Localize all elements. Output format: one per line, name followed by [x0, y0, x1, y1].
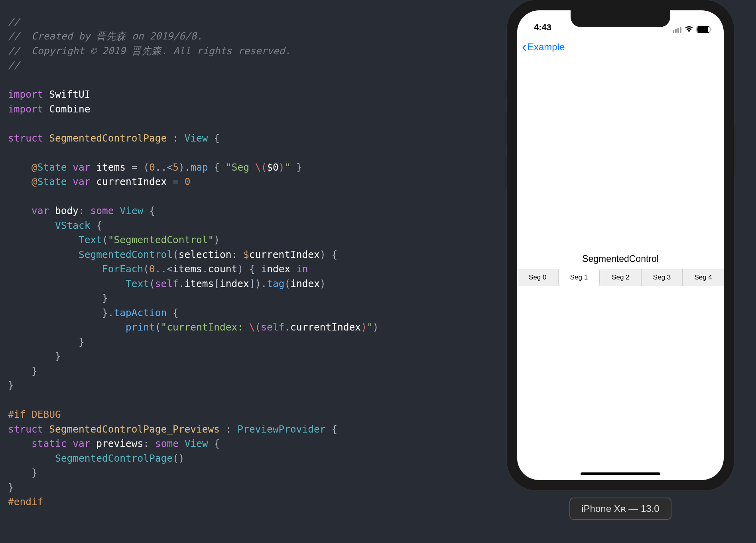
- back-button[interactable]: ‹ Example: [522, 40, 565, 54]
- back-label: Example: [528, 41, 565, 53]
- segmentedcontrol-fn: SegmentedControl: [79, 249, 173, 260]
- code-editor[interactable]: // // Created by 晋先森 on 2019/6/8. // Cop…: [0, 0, 502, 543]
- navigation-bar: ‹ Example: [517, 35, 724, 59]
- signal-icon: [673, 27, 681, 33]
- segment-item[interactable]: Seg 3: [641, 269, 683, 286]
- protocol-name: View: [185, 132, 208, 144]
- comment-line: //: [8, 16, 20, 28]
- notch: [571, 10, 670, 27]
- segment-item[interactable]: Seg 0: [517, 269, 558, 286]
- text-fn: Text: [79, 234, 102, 246]
- side-button: [505, 155, 507, 189]
- wifi-icon: [685, 26, 693, 33]
- comment-line: //: [8, 59, 20, 71]
- segment-item[interactable]: Seg 1: [558, 269, 600, 286]
- endif: #endif: [8, 496, 43, 508]
- comment-line: // Copyright © 2019 晋先森. All rights rese…: [8, 45, 291, 57]
- home-indicator[interactable]: [581, 472, 660, 475]
- comment-line: // Created by 晋先森 on 2019/6/8.: [8, 30, 203, 42]
- chevron-left-icon: ‹: [522, 40, 527, 54]
- var-currentindex: currentIndex: [96, 176, 167, 187]
- vstack: VStack: [55, 220, 91, 231]
- segmented-title: SegmentedControl: [582, 254, 659, 264]
- struct-name: SegmentedControlPage: [49, 132, 167, 144]
- content-area: SegmentedControl Seg 0Seg 1Seg 2Seg 3Seg…: [517, 59, 724, 480]
- previews-struct: SegmentedControlPage_Previews: [49, 423, 220, 435]
- var-body: body: [55, 205, 79, 216]
- device-label[interactable]: iPhone Xʀ — 13.0: [569, 498, 671, 520]
- phone-screen[interactable]: 4:43 ‹ Example SegmentedControl Seg 0Seg…: [517, 10, 724, 480]
- state-attribute: @: [32, 161, 37, 173]
- phone-frame: 4:43 ‹ Example SegmentedControl Seg 0Seg…: [507, 0, 734, 490]
- tapaction-fn: tapAction: [114, 307, 167, 319]
- if-debug: #if DEBUG: [8, 409, 61, 420]
- side-button: [505, 80, 507, 98]
- struct-keyword: struct: [8, 132, 43, 144]
- simulator-preview: 4:43 ‹ Example SegmentedControl Seg 0Seg…: [501, 0, 740, 520]
- import-module: Combine: [49, 103, 90, 115]
- side-button: [734, 124, 736, 175]
- segmented-control[interactable]: Seg 0Seg 1Seg 2Seg 3Seg 4: [517, 269, 724, 286]
- import-module: SwiftUI: [49, 89, 90, 100]
- var-items: items: [96, 161, 126, 173]
- import-keyword: import: [8, 103, 43, 115]
- side-button: [505, 112, 507, 146]
- import-keyword: import: [8, 89, 43, 100]
- battery-icon: [697, 26, 710, 33]
- segment-item[interactable]: Seg 4: [682, 269, 724, 286]
- status-time: 4:43: [534, 22, 551, 33]
- segment-item[interactable]: Seg 2: [600, 269, 641, 286]
- foreach-fn: ForEach: [102, 263, 143, 275]
- print-fn: print: [126, 321, 155, 333]
